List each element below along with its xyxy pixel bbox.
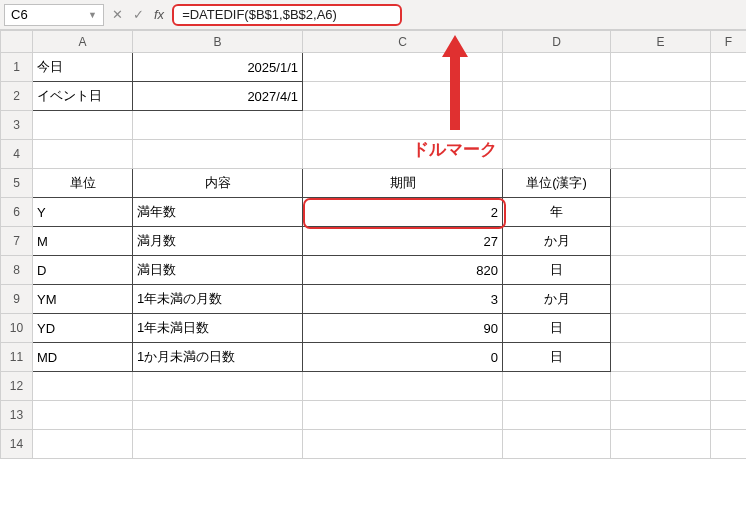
- cell-E10[interactable]: [611, 314, 711, 343]
- col-header[interactable]: F: [711, 31, 747, 53]
- cell-A3[interactable]: [33, 111, 133, 140]
- name-box-dropdown-icon[interactable]: ▼: [88, 10, 97, 20]
- cell-C5[interactable]: 期間: [303, 169, 503, 198]
- cell-F2[interactable]: [711, 82, 747, 111]
- cell-C6[interactable]: 2: [303, 198, 503, 227]
- cell-A7[interactable]: M: [33, 227, 133, 256]
- cell-A14[interactable]: [33, 430, 133, 459]
- select-all-corner[interactable]: [1, 31, 33, 53]
- cell-E5[interactable]: [611, 169, 711, 198]
- cell-E3[interactable]: [611, 111, 711, 140]
- cell-B8[interactable]: 満日数: [133, 256, 303, 285]
- cell-E4[interactable]: [611, 140, 711, 169]
- cell-A9[interactable]: YM: [33, 285, 133, 314]
- cell-C8[interactable]: 820: [303, 256, 503, 285]
- cell-D12[interactable]: [503, 372, 611, 401]
- cell-C12[interactable]: [303, 372, 503, 401]
- row-header[interactable]: 6: [1, 198, 33, 227]
- cell-B12[interactable]: [133, 372, 303, 401]
- row-header[interactable]: 10: [1, 314, 33, 343]
- cell-F3[interactable]: [711, 111, 747, 140]
- row-header[interactable]: 1: [1, 53, 33, 82]
- cell-F13[interactable]: [711, 401, 747, 430]
- cell-F5[interactable]: [711, 169, 747, 198]
- cell-C4[interactable]: [303, 140, 503, 169]
- cell-A13[interactable]: [33, 401, 133, 430]
- cell-B10[interactable]: 1年未満日数: [133, 314, 303, 343]
- cell-D4[interactable]: [503, 140, 611, 169]
- cell-D10[interactable]: 日: [503, 314, 611, 343]
- cell-A11[interactable]: MD: [33, 343, 133, 372]
- cell-C14[interactable]: [303, 430, 503, 459]
- cell-D7[interactable]: か月: [503, 227, 611, 256]
- cell-A12[interactable]: [33, 372, 133, 401]
- cell-D11[interactable]: 日: [503, 343, 611, 372]
- cell-E8[interactable]: [611, 256, 711, 285]
- row-header[interactable]: 5: [1, 169, 33, 198]
- cell-B5[interactable]: 内容: [133, 169, 303, 198]
- cell-F1[interactable]: [711, 53, 747, 82]
- cell-B6[interactable]: 満年数: [133, 198, 303, 227]
- cell-A5[interactable]: 単位: [33, 169, 133, 198]
- cell-D1[interactable]: [503, 53, 611, 82]
- cell-C3[interactable]: [303, 111, 503, 140]
- formula-input[interactable]: =DATEDIF($B$1,$B$2,A6): [172, 4, 402, 26]
- cell-F11[interactable]: [711, 343, 747, 372]
- cell-D5[interactable]: 単位(漢字): [503, 169, 611, 198]
- col-header[interactable]: E: [611, 31, 711, 53]
- cell-A8[interactable]: D: [33, 256, 133, 285]
- cell-E11[interactable]: [611, 343, 711, 372]
- row-header[interactable]: 12: [1, 372, 33, 401]
- cell-A6[interactable]: Y: [33, 198, 133, 227]
- cell-D3[interactable]: [503, 111, 611, 140]
- cell-A10[interactable]: YD: [33, 314, 133, 343]
- cell-A4[interactable]: [33, 140, 133, 169]
- cell-C9[interactable]: 3: [303, 285, 503, 314]
- cell-C1[interactable]: [303, 53, 503, 82]
- row-header[interactable]: 4: [1, 140, 33, 169]
- cell-C11[interactable]: 0: [303, 343, 503, 372]
- cell-C2[interactable]: [303, 82, 503, 111]
- row-header[interactable]: 8: [1, 256, 33, 285]
- cell-B14[interactable]: [133, 430, 303, 459]
- cell-C13[interactable]: [303, 401, 503, 430]
- fx-icon[interactable]: fx: [154, 7, 164, 22]
- cell-A1[interactable]: 今日: [33, 53, 133, 82]
- cell-B2[interactable]: 2027/4/1: [133, 82, 303, 111]
- cell-D6[interactable]: 年: [503, 198, 611, 227]
- cell-E14[interactable]: [611, 430, 711, 459]
- row-header[interactable]: 9: [1, 285, 33, 314]
- row-header[interactable]: 13: [1, 401, 33, 430]
- confirm-icon[interactable]: ✓: [133, 7, 144, 22]
- cell-E9[interactable]: [611, 285, 711, 314]
- cell-E1[interactable]: [611, 53, 711, 82]
- col-header[interactable]: D: [503, 31, 611, 53]
- row-header[interactable]: 7: [1, 227, 33, 256]
- cell-E12[interactable]: [611, 372, 711, 401]
- cell-B13[interactable]: [133, 401, 303, 430]
- row-header[interactable]: 14: [1, 430, 33, 459]
- cell-F10[interactable]: [711, 314, 747, 343]
- cell-B4[interactable]: [133, 140, 303, 169]
- cell-C10[interactable]: 90: [303, 314, 503, 343]
- cell-D13[interactable]: [503, 401, 611, 430]
- cell-E6[interactable]: [611, 198, 711, 227]
- cell-C7[interactable]: 27: [303, 227, 503, 256]
- cell-F9[interactable]: [711, 285, 747, 314]
- cell-D9[interactable]: か月: [503, 285, 611, 314]
- cell-F14[interactable]: [711, 430, 747, 459]
- row-header[interactable]: 11: [1, 343, 33, 372]
- cell-D8[interactable]: 日: [503, 256, 611, 285]
- col-header[interactable]: A: [33, 31, 133, 53]
- cell-B7[interactable]: 満月数: [133, 227, 303, 256]
- cell-D14[interactable]: [503, 430, 611, 459]
- cell-B3[interactable]: [133, 111, 303, 140]
- cell-F8[interactable]: [711, 256, 747, 285]
- cell-B1[interactable]: 2025/1/1: [133, 53, 303, 82]
- cell-A2[interactable]: イベント日: [33, 82, 133, 111]
- col-header[interactable]: B: [133, 31, 303, 53]
- cell-F12[interactable]: [711, 372, 747, 401]
- col-header[interactable]: C: [303, 31, 503, 53]
- cell-F6[interactable]: [711, 198, 747, 227]
- cell-E2[interactable]: [611, 82, 711, 111]
